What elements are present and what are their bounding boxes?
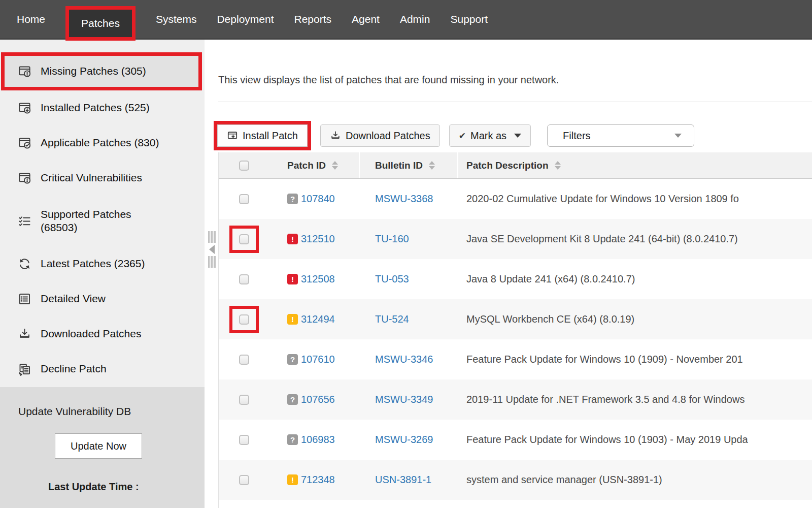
nav-item-deployment[interactable]: Deployment [217,13,274,25]
collapse-arrow-left-icon [209,245,215,254]
sidebar-item-detailed-view[interactable]: Detailed View [0,281,205,316]
update-db-title: Update Vulnerability DB [0,387,205,418]
sidebar-item-label: Applicable Patches (830) [41,136,159,149]
check-icon: ✔ [459,131,466,141]
patch-id-link[interactable]: 107840 [301,193,335,205]
severity-icon: ! [287,314,298,325]
detailed-view-icon [18,292,31,306]
table-row: ! 312510 TU-160 Java SE Development Kit … [219,219,812,259]
bulletin-id-link[interactable]: MSWU-3269 [375,434,433,445]
sidebar-collapse-handle[interactable] [207,231,216,268]
sidebar-item-supported-patches[interactable]: Supported Patches (68503) [0,196,205,246]
table-row: ? 106983 MSWU-3269 Feature Pack Update f… [219,420,812,460]
select-all-checkbox[interactable] [239,161,249,171]
table-row: ! 312508 TU-053 Java 8 Update 241 (x64) … [219,259,812,299]
sidebar-item-label: Supported Patches (68503) [41,208,155,235]
sidebar: Missing Patches (305) Installed Patches … [0,40,205,508]
patch-id-link[interactable]: 107610 [301,354,335,365]
patch-id-link[interactable]: 107656 [301,394,335,405]
sidebar-item-applicable-patches[interactable]: Applicable Patches (830) [0,125,205,161]
bulletin-id-link[interactable]: MSWU-3346 [375,354,433,365]
sidebar-item-label: Decline Patch [41,362,107,375]
row-checkbox[interactable] [239,314,249,325]
applicable-patches-icon [18,136,31,150]
install-patch-label: Install Patch [243,130,298,142]
nav-item-systems[interactable]: Systems [156,13,197,25]
row-checkbox[interactable] [239,194,249,204]
bulletin-id-link[interactable]: TU-053 [375,273,409,284]
bulletin-id-link[interactable]: MSWU-3349 [375,394,433,405]
severity-icon: ? [287,194,298,204]
row-checkbox[interactable] [239,475,249,485]
patch-description: 2020-02 Cumulative Update for Windows 10… [458,193,812,205]
sidebar-item-missing-patches[interactable]: Missing Patches (305) [1,52,202,90]
chevron-down-icon [514,134,521,138]
row-checkbox[interactable] [239,274,249,284]
row-checkbox[interactable] [239,234,249,244]
row-checkbox[interactable] [239,395,249,405]
patches-table: Patch ID Bulletin ID Patch Description ?… [218,152,812,508]
severity-icon: ! [287,234,298,244]
severity-icon: ? [287,394,298,405]
patch-description: Java SE Development Kit 8 Update 241 (64… [458,233,812,245]
supported-patches-icon [18,214,31,228]
sidebar-item-label: Downloaded Patches [41,327,141,340]
installed-patches-icon [18,101,31,115]
sidebar-item-critical-vulnerabilities[interactable]: Critical Vulnerabilities [0,161,205,196]
install-patch-button[interactable]: Install Patch [217,124,308,147]
column-header-bulletin-id[interactable]: Bulletin ID [360,152,458,178]
sidebar-item-decline-patch[interactable]: Decline Patch [0,352,205,387]
mark-as-label: Mark as [470,130,506,142]
nav-item-reports[interactable]: Reports [294,13,332,25]
patch-id-link[interactable]: 312510 [301,233,335,245]
update-now-button[interactable]: Update Now [55,433,142,459]
table-row: ? 107610 MSWU-3346 Feature Pack Update f… [219,339,812,379]
severity-icon: ! [287,274,298,284]
top-nav: Home Patches Systems Deployment Reports … [0,0,812,40]
patch-id-link[interactable]: 106983 [301,434,335,446]
nav-item-support[interactable]: Support [450,13,488,25]
nav-item-patches[interactable]: Patches [65,6,136,41]
bulletin-id-link[interactable]: USN-3891-1 [375,474,431,485]
patch-description: system and service manager (USN-3891-1) [458,474,812,486]
row-checkbox[interactable] [239,355,249,365]
chevron-down-icon [674,134,682,138]
download-patches-button[interactable]: Download Patches [320,124,440,147]
bulletin-id-link[interactable]: TU-524 [375,313,409,325]
row-checkbox[interactable] [239,435,249,445]
column-header-patch-description[interactable]: Patch Description [458,152,812,178]
filters-dropdown[interactable]: Filters [547,124,694,147]
download-icon [330,130,341,141]
patch-id-link[interactable]: 712348 [301,474,335,486]
last-update-time-label: Last Update Time : [48,481,205,493]
sidebar-item-downloaded-patches[interactable]: Downloaded Patches [0,316,205,352]
patch-id-link[interactable]: 312494 [301,313,335,325]
section-divider [218,102,812,102]
nav-item-agent[interactable]: Agent [352,13,380,25]
patch-description: Java 8 Update 241 (x64) (8.0.2410.7) [458,273,812,285]
sidebar-item-installed-patches[interactable]: Installed Patches (525) [0,90,205,125]
column-label: Patch Description [466,160,549,171]
sidebar-item-latest-patches[interactable]: Latest Patches (2365) [0,246,205,281]
severity-icon: ? [287,434,298,445]
sort-arrows-icon[interactable] [429,161,435,170]
sort-arrows-icon[interactable] [555,161,561,170]
header-checkbox-cell [219,161,269,171]
update-vulnerability-db-section: Update Vulnerability DB Update Now Last … [0,387,205,508]
main-content: This view displays the list of patches t… [218,40,812,508]
view-description: This view displays the list of patches t… [218,74,559,86]
bulletin-id-link[interactable]: TU-160 [375,233,409,244]
filters-label: Filters [563,130,590,142]
patch-id-link[interactable]: 312508 [301,273,335,285]
severity-icon: ? [287,354,298,365]
column-label: Patch ID [287,160,326,171]
column-header-patch-id[interactable]: Patch ID [269,152,360,178]
checkbox-annotation-box [239,314,249,325]
sort-arrows-icon[interactable] [332,161,338,170]
nav-item-admin[interactable]: Admin [400,13,430,25]
severity-icon: ! [287,474,298,485]
bulletin-id-link[interactable]: MSWU-3368 [375,193,433,204]
nav-item-home[interactable]: Home [17,13,45,25]
sidebar-item-label: Latest Patches (2365) [41,257,145,270]
mark-as-button[interactable]: ✔ Mark as [449,124,531,147]
